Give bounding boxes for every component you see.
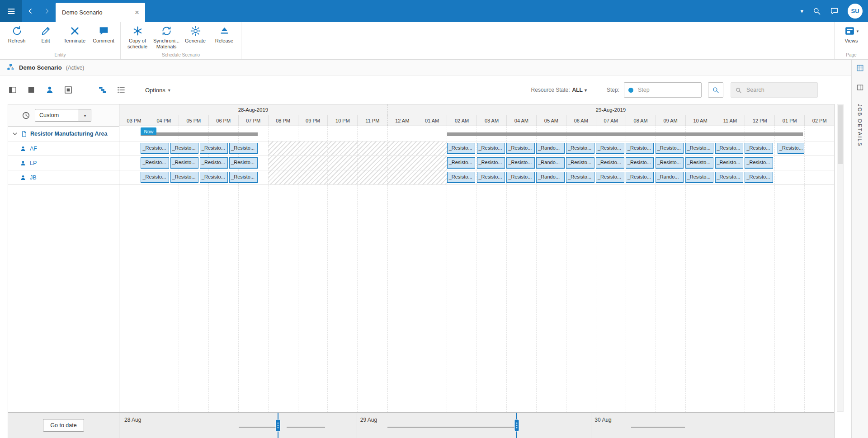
resource-row-af[interactable]: AF bbox=[8, 141, 119, 156]
ribbon-refresh-button[interactable]: Refresh bbox=[2, 22, 31, 44]
hour-header-cell: 09 PM bbox=[298, 115, 328, 126]
task-bar[interactable]: _Resisto... bbox=[778, 143, 804, 154]
task-bar[interactable]: _Resisto... bbox=[506, 172, 535, 183]
overview-range-handle-end[interactable] bbox=[514, 419, 519, 432]
gantt-view-icon[interactable] bbox=[98, 85, 107, 94]
frame-view-icon[interactable] bbox=[64, 85, 73, 94]
split-view-icon[interactable] bbox=[8, 85, 17, 94]
task-bar[interactable]: _Resisto... bbox=[566, 172, 594, 183]
task-bar[interactable]: _Resisto... bbox=[170, 172, 199, 183]
task-bar[interactable]: _Resisto... bbox=[447, 157, 476, 169]
vertical-scrollbar[interactable] bbox=[837, 104, 844, 412]
step-search-button[interactable] bbox=[708, 82, 723, 98]
task-bar[interactable]: _Resisto... bbox=[170, 143, 199, 154]
collapse-chevron-icon[interactable] bbox=[12, 131, 18, 137]
resource-state-dropdown[interactable]: ALL ▾ bbox=[572, 87, 587, 93]
timeline-overview[interactable]: 28 Aug29 Aug30 Aug bbox=[119, 413, 834, 438]
task-bar[interactable]: _Resisto... bbox=[656, 143, 684, 154]
job-details-panel: JOB DETAILS bbox=[851, 60, 868, 438]
task-bar[interactable]: _Resisto... bbox=[596, 172, 624, 183]
ribbon-copy-of-schedule-button[interactable]: Copy of schedule bbox=[123, 22, 152, 50]
forward-button[interactable] bbox=[38, 0, 55, 22]
ribbon-synchroni-materials-button[interactable]: Synchroni... Materials bbox=[152, 22, 181, 50]
tab-close-button[interactable]: × bbox=[133, 9, 141, 16]
task-bar[interactable]: _Resisto... bbox=[229, 143, 258, 154]
task-bar[interactable]: _Resisto... bbox=[715, 143, 744, 154]
task-bar[interactable]: _Resisto... bbox=[170, 157, 199, 169]
task-bar[interactable]: _Resisto... bbox=[477, 157, 505, 169]
task-bar[interactable]: _Resisto... bbox=[141, 172, 169, 183]
resource-name: LP bbox=[30, 160, 37, 166]
scrollbar-thumb[interactable] bbox=[838, 105, 843, 164]
resource-row-lp[interactable]: LP bbox=[8, 156, 119, 170]
overview-range-handle-start[interactable] bbox=[275, 419, 280, 432]
task-bar[interactable]: _Resisto... bbox=[477, 143, 505, 154]
block-view-icon[interactable] bbox=[27, 85, 36, 94]
task-bar[interactable]: _Resisto... bbox=[141, 143, 169, 154]
ribbon-edit-button[interactable]: Edit bbox=[31, 22, 60, 44]
task-bar[interactable]: _Resisto... bbox=[626, 143, 654, 154]
task-bar[interactable]: _Resisto... bbox=[596, 143, 624, 154]
resource-view-icon[interactable] bbox=[45, 85, 54, 94]
search-input[interactable] bbox=[745, 86, 813, 94]
task-bar[interactable]: _Resisto... bbox=[200, 157, 228, 169]
time-preset-dropdown[interactable]: Custom ▾ bbox=[35, 109, 91, 122]
panel-toggle-icon[interactable] bbox=[856, 84, 864, 91]
search-icon bbox=[735, 87, 742, 94]
task-bar[interactable]: _Resisto... bbox=[745, 172, 773, 183]
tab-title: Demo Scenario bbox=[62, 9, 133, 16]
breadcrumb-status: (Active) bbox=[66, 65, 85, 71]
task-bar[interactable]: _Resisto... bbox=[566, 157, 594, 169]
user-avatar[interactable]: SU bbox=[848, 4, 863, 19]
job-grid-icon[interactable] bbox=[856, 64, 864, 72]
task-bar[interactable]: _Resisto... bbox=[715, 172, 744, 183]
task-bar[interactable]: _Rando... bbox=[536, 157, 565, 169]
task-bar[interactable]: _Rando... bbox=[536, 172, 565, 183]
task-bar[interactable]: _Resisto... bbox=[596, 157, 624, 169]
options-menu-button[interactable]: Options ▾ bbox=[145, 87, 170, 94]
task-bar[interactable]: _Resisto... bbox=[506, 157, 535, 169]
resource-row-jb[interactable]: JB bbox=[8, 170, 119, 185]
task-bar[interactable]: _Resisto... bbox=[745, 143, 773, 154]
task-bar[interactable]: _Resisto... bbox=[715, 157, 744, 169]
task-bar[interactable]: _Resisto... bbox=[229, 172, 258, 183]
task-bar[interactable]: _Resisto... bbox=[477, 172, 505, 183]
task-bar[interactable]: _Resisto... bbox=[626, 172, 654, 183]
ribbon-comment-button[interactable]: Comment bbox=[89, 22, 118, 44]
task-bar[interactable]: _Resisto... bbox=[229, 157, 258, 169]
breadcrumb-title: Demo Scenario bbox=[19, 64, 62, 71]
back-button[interactable] bbox=[22, 0, 38, 22]
task-bar[interactable]: _Resisto... bbox=[745, 157, 773, 169]
group-chart-row: Now bbox=[119, 127, 834, 141]
hamburger-menu-button[interactable] bbox=[0, 0, 22, 22]
go-to-date-button[interactable]: Go to date bbox=[43, 419, 84, 432]
task-bar[interactable]: _Resisto... bbox=[447, 172, 476, 183]
task-bar[interactable]: _Resisto... bbox=[141, 157, 169, 169]
list-view-icon[interactable] bbox=[117, 85, 126, 94]
ribbon-terminate-button[interactable]: Terminate bbox=[60, 22, 89, 44]
ribbon-release-button[interactable]: Release bbox=[210, 22, 239, 44]
group-row-resistor-manufacturing-area[interactable]: Resistor Manufacturing Area bbox=[8, 127, 119, 141]
topbar-chat-button[interactable] bbox=[830, 7, 839, 15]
task-bar[interactable]: _Resisto... bbox=[200, 143, 228, 154]
ribbon-generate-button[interactable]: Generate bbox=[181, 22, 210, 44]
task-bar[interactable]: _Resisto... bbox=[566, 143, 594, 154]
task-bar[interactable]: _Resisto... bbox=[506, 143, 535, 154]
ribbon-views-button[interactable]: ▾Views bbox=[837, 22, 866, 44]
task-bar[interactable]: _Resisto... bbox=[656, 157, 684, 169]
topbar-search-button[interactable] bbox=[812, 7, 821, 15]
task-bar[interactable]: _Rando... bbox=[656, 172, 684, 183]
tab-demo-scenario[interactable]: Demo Scenario × bbox=[56, 3, 145, 22]
topbar-dropdown-button[interactable]: ▾ bbox=[800, 8, 803, 14]
task-bar[interactable]: _Resisto... bbox=[685, 157, 714, 169]
task-bar[interactable]: _Resisto... bbox=[685, 172, 714, 183]
step-input[interactable] bbox=[637, 86, 697, 94]
job-details-tab[interactable]: JOB DETAILS bbox=[857, 104, 863, 147]
task-bar[interactable]: _Resisto... bbox=[685, 143, 714, 154]
task-bar[interactable]: _Resisto... bbox=[626, 157, 654, 169]
task-bar[interactable]: _Resisto... bbox=[447, 143, 476, 154]
hour-header-cell: 05 AM bbox=[537, 115, 566, 126]
task-bar[interactable]: _Resisto... bbox=[200, 172, 228, 183]
task-bar[interactable]: _Rando... bbox=[536, 143, 565, 154]
ribbon-button-label: Generate bbox=[185, 38, 206, 44]
